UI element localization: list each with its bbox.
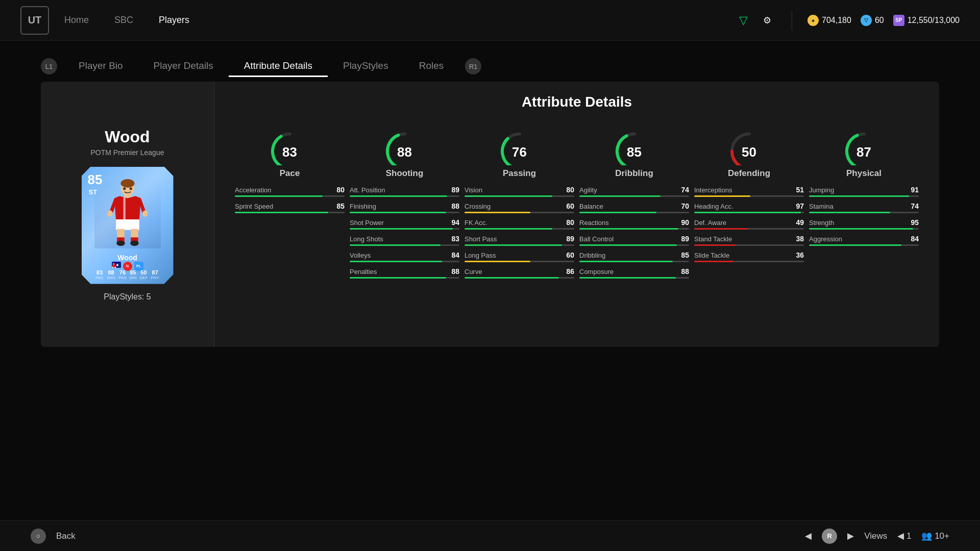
gauge-dribbling: 85 xyxy=(611,124,657,160)
attr-name: Aggression xyxy=(809,235,842,243)
attr-value: 84 xyxy=(451,251,459,259)
attr-value: 91 xyxy=(911,186,919,194)
bottom-left: ○ Back xyxy=(31,529,76,544)
svg-point-11 xyxy=(130,241,139,246)
player-card: 85 ST xyxy=(82,167,174,284)
attr-value: 49 xyxy=(796,218,804,227)
settings-icon[interactable]: ⚙ xyxy=(758,11,776,30)
attr-bar-bg xyxy=(809,212,919,213)
right-panel: Attribute Details 83PaceAcceleration80Sp… xyxy=(214,82,939,347)
attr-name: Dribbling xyxy=(579,252,605,259)
back-button-icon[interactable]: ○ xyxy=(31,529,46,544)
attr-bar-bg xyxy=(464,212,574,213)
attr-name: Balance xyxy=(579,203,603,210)
attr-col-defending: 50DefendingInterceptions51Heading Acc.97… xyxy=(694,124,804,284)
attr-value: 38 xyxy=(796,235,804,243)
attr-bar-bg xyxy=(350,261,459,262)
attr-value: 89 xyxy=(451,186,459,194)
category-label-dribbling: Dribbling xyxy=(615,168,653,179)
attr-row: Agility74 xyxy=(579,186,689,197)
attr-name: Slide Tackle xyxy=(694,252,729,259)
attr-name: Volleys xyxy=(350,252,371,259)
svg-point-12 xyxy=(123,187,126,190)
attr-name: Crossing xyxy=(464,203,491,210)
gauge-passing: 76 xyxy=(497,124,543,160)
tab-playstyles[interactable]: PlayStyles xyxy=(328,56,404,77)
attr-bar-bg xyxy=(579,195,689,197)
attr-name: Heading Acc. xyxy=(694,203,733,210)
attr-bar-fill xyxy=(464,261,530,262)
attr-value: 95 xyxy=(911,218,919,227)
attr-row: Curve86 xyxy=(464,267,574,279)
page-right-arrow[interactable]: ▶ xyxy=(847,531,854,541)
attr-bar-fill xyxy=(809,212,890,213)
attr-bar-bg xyxy=(464,228,574,230)
nav-players[interactable]: Players xyxy=(159,15,189,26)
attr-bar-fill xyxy=(350,212,446,213)
attr-bar-bg xyxy=(694,244,804,246)
attr-name: Stamina xyxy=(809,203,834,210)
page-left-arrow[interactable]: ◀ xyxy=(805,531,812,541)
attr-name: Def. Aware xyxy=(694,219,726,227)
country-flag xyxy=(112,262,121,268)
attr-bar-fill xyxy=(350,277,446,279)
attr-name: Finishing xyxy=(350,203,376,210)
category-label-physical: Physical xyxy=(846,168,881,179)
attr-value: 84 xyxy=(911,235,919,243)
attr-name: Stand Tackle xyxy=(694,235,732,243)
gauge-value-passing: 76 xyxy=(497,144,543,160)
nav-home[interactable]: Home xyxy=(64,15,89,26)
currency-group: ● 704,180 ▽ 60 SP 12,550/13,000 xyxy=(807,15,960,26)
svg-point-4 xyxy=(142,210,148,216)
gauge-pace: 83 xyxy=(267,124,313,160)
attr-bar-fill xyxy=(694,212,801,213)
tab-attribute-details[interactable]: Attribute Details xyxy=(229,56,328,77)
card-stat-def: 50 DEF xyxy=(139,269,148,280)
attr-bar-fill xyxy=(464,212,530,213)
attr-bar-bg xyxy=(694,261,804,262)
back-label[interactable]: Back xyxy=(56,531,76,541)
views-button-icon[interactable]: R xyxy=(822,529,837,544)
attr-bar-bg xyxy=(579,212,689,213)
attr-name: Long Shots xyxy=(350,235,383,243)
attr-row: Volleys84 xyxy=(350,251,459,262)
card-stat-dri: 85 DRI xyxy=(130,269,137,280)
attr-value: 83 xyxy=(451,235,459,243)
attr-row: Vision80 xyxy=(464,186,574,197)
pts-value: 60 xyxy=(875,16,884,25)
players-count: 👥 10+ xyxy=(921,531,949,541)
attr-name: Sprint Speed xyxy=(235,203,273,210)
card-player-img xyxy=(94,177,161,248)
attr-value: 85 xyxy=(681,251,689,259)
attr-row: Long Shots83 xyxy=(350,235,459,246)
tab-roles[interactable]: Roles xyxy=(404,56,459,77)
attr-row: Balance70 xyxy=(579,202,689,213)
attr-col-dribbling: 85DribblingAgility74Balance70Reactions90… xyxy=(579,124,689,284)
category-label-defending: Defending xyxy=(728,168,770,179)
attr-name: FK Acc. xyxy=(464,219,487,227)
attr-bar-fill xyxy=(694,228,748,230)
attr-row: Acceleration80 xyxy=(235,186,345,197)
tab-player-bio[interactable]: Player Bio xyxy=(63,56,138,77)
attr-name: Composure xyxy=(579,268,614,276)
attr-value: 88 xyxy=(681,267,689,276)
attr-value: 88 xyxy=(451,267,459,276)
attr-value: 60 xyxy=(566,202,574,210)
attr-row: Crossing60 xyxy=(464,202,574,213)
attr-bar-fill xyxy=(350,195,447,197)
attr-value: 70 xyxy=(681,202,689,210)
attr-value: 85 xyxy=(336,202,345,210)
attr-bar-bg xyxy=(809,195,919,197)
attr-bar-fill xyxy=(579,228,678,230)
category-label-passing: Passing xyxy=(503,168,536,179)
attr-row: Def. Aware49 xyxy=(694,218,804,230)
attr-bar-bg xyxy=(464,277,574,279)
coins-value: 704,180 xyxy=(822,16,851,25)
attr-bar-fill xyxy=(579,261,673,262)
gauge-value-shooting: 88 xyxy=(382,144,428,160)
nav-sbc[interactable]: SBC xyxy=(114,15,133,26)
tab-player-details[interactable]: Player Details xyxy=(138,56,229,77)
sp-value: 12,550/13,000 xyxy=(908,16,960,25)
attr-name: Ball Control xyxy=(579,235,614,243)
attr-value: 89 xyxy=(566,235,574,243)
